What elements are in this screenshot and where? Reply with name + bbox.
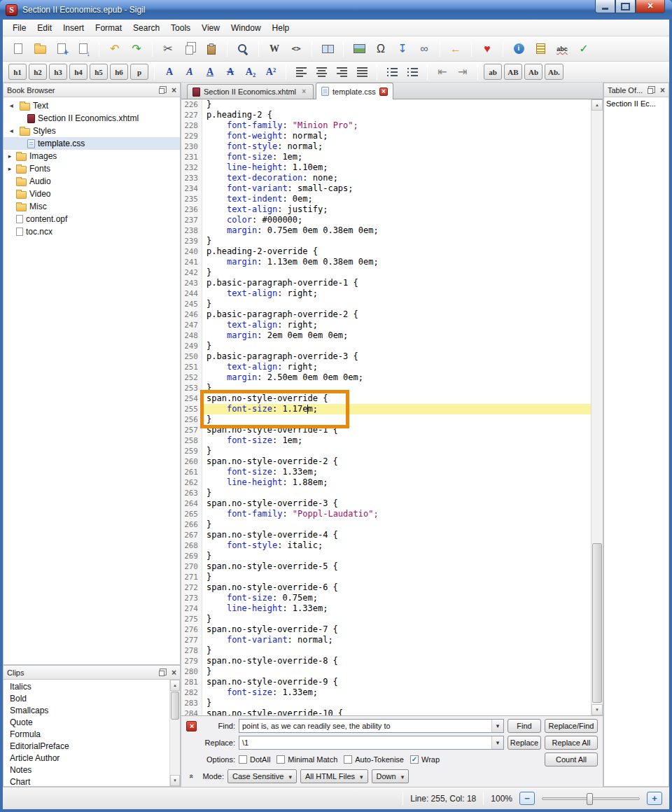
code-line-282[interactable]: 282 font-size: 1.33em; [181, 687, 591, 698]
panel-close-icon[interactable] [172, 668, 176, 677]
heading-4-button[interactable]: h4 [69, 64, 88, 80]
paragraph-button[interactable]: p [130, 64, 148, 80]
replace-button[interactable]: Replace [507, 736, 541, 750]
checkbox-icon[interactable] [239, 755, 247, 764]
zoom-slider-handle[interactable] [587, 793, 593, 805]
menu-window[interactable]: Window [225, 21, 267, 35]
zoom-slider[interactable] [542, 797, 640, 800]
menu-format[interactable]: Format [90, 21, 127, 35]
replace-find-button[interactable]: Replace/Find [545, 719, 598, 733]
heading-5-button[interactable]: h5 [90, 64, 108, 80]
checkbox-icon[interactable] [344, 755, 352, 764]
code-line-229[interactable]: 229 font-weight: normal; [181, 131, 591, 141]
files-dropdown[interactable]: All HTML Files [300, 769, 368, 783]
tab-close-icon[interactable] [300, 88, 308, 96]
code-line-240[interactable]: 240p.heading-2-override { [181, 246, 591, 257]
code-line-283[interactable]: 283} [181, 698, 591, 708]
tree-item-toc-ncx[interactable]: toc.ncx [4, 225, 180, 238]
uppercase-button[interactable]: AB [504, 64, 522, 80]
code-line-275[interactable]: 275} [181, 614, 591, 624]
find-input[interactable]: point is, as we can readily see, the abi… [239, 719, 504, 733]
count-all-button[interactable]: Count All [545, 752, 598, 766]
code-line-267[interactable]: 267span.no-style-override-4 { [181, 530, 591, 540]
scroll-down-icon[interactable] [592, 704, 603, 715]
code-line-271[interactable]: 271} [181, 572, 591, 582]
clip-item-italics[interactable]: Italics [4, 681, 169, 693]
combo-dropdown-icon[interactable] [491, 736, 503, 749]
align-left-icon[interactable] [292, 64, 310, 80]
option-auto-tokenise[interactable]: Auto-Tokenise [344, 755, 404, 764]
clip-item-notes[interactable]: Notes [4, 764, 169, 776]
clip-item-smallcaps[interactable]: Smallcaps [4, 705, 169, 717]
checkbox-icon[interactable] [276, 755, 285, 764]
capitalize-button[interactable]: Ab. [545, 64, 564, 80]
code-line-244[interactable]: 244 text-align: right; [181, 288, 591, 299]
code-line-246[interactable]: 246p.basic-paragraph-override-2 { [181, 309, 591, 320]
code-line-233[interactable]: 233 text-decoration: none; [181, 173, 591, 183]
code-line-277[interactable]: 277 font-variant: normal; [181, 635, 591, 645]
subscript-icon[interactable]: A₂ [241, 64, 260, 80]
scroll-up-icon[interactable] [592, 99, 603, 111]
expand-arrow-icon[interactable] [6, 166, 13, 172]
tree-item-section-ii-economics-xhtml[interactable]: Section II Economics.xhtml [4, 112, 180, 125]
bullet-list-icon[interactable] [383, 64, 401, 80]
editor-scrollbar[interactable] [591, 99, 603, 715]
option-dotall[interactable]: DotAll [239, 755, 270, 764]
code-line-235[interactable]: 235 text-indent: 0em; [181, 194, 591, 204]
donate-heart-icon[interactable]: ♥ [477, 39, 497, 58]
code-line-279[interactable]: 279span.no-style-override-8 { [181, 656, 591, 666]
code-line-226[interactable]: 226} [181, 99, 591, 110]
validate-icon[interactable]: ✓ [574, 39, 594, 58]
code-line-262[interactable]: 262 line-height: 1.88em; [181, 477, 591, 488]
superscript-icon[interactable]: A² [262, 64, 280, 80]
heading-1-button[interactable]: h1 [8, 64, 27, 80]
back-icon[interactable]: ← [446, 39, 465, 58]
code-line-249[interactable]: 249} [181, 341, 591, 351]
save-icon[interactable] [74, 39, 93, 58]
code-line-264[interactable]: 264span.no-style-override-3 { [181, 498, 591, 509]
code-line-227[interactable]: 227p.heading-2 { [181, 110, 591, 120]
code-line-255[interactable]: 255 font-size: 1.17em; [181, 404, 591, 414]
code-line-238[interactable]: 238 margin: 0.75em 0em 0.38em 0em; [181, 225, 591, 236]
italic-icon[interactable]: A [181, 64, 199, 80]
code-line-272[interactable]: 272span.no-style-override-6 { [181, 582, 591, 593]
code-line-273[interactable]: 273 font-size: 0.75em; [181, 593, 591, 603]
paste-icon[interactable] [202, 39, 221, 58]
code-line-230[interactable]: 230 font-style: normal; [181, 141, 591, 152]
code-line-234[interactable]: 234 font-variant: small-caps; [181, 183, 591, 194]
code-line-270[interactable]: 270span.no-style-override-5 { [181, 561, 591, 572]
code-line-228[interactable]: 228 font-family: "Minion Pro"; [181, 120, 591, 131]
code-line-269[interactable]: 269} [181, 551, 591, 561]
undock-icon[interactable] [159, 88, 164, 94]
info-icon[interactable] [509, 39, 528, 58]
tab-section-ii-economics-xhtml[interactable]: Section II Economics.xhtml [187, 84, 314, 99]
copy-icon[interactable] [180, 39, 200, 58]
tree-item-video[interactable]: Video [4, 188, 180, 200]
code-line-251[interactable]: 251 text-align: right; [181, 362, 591, 372]
menu-tools[interactable]: Tools [165, 21, 196, 35]
code-line-254[interactable]: 254span.no-style-override { [181, 393, 591, 404]
heading-6-button[interactable]: h6 [110, 64, 128, 80]
redo-icon[interactable]: ↷ [127, 39, 146, 58]
mode-dropdown[interactable]: Case Sensitive [227, 769, 297, 783]
align-justify-icon[interactable] [353, 64, 371, 80]
menu-edit[interactable]: Edit [31, 21, 57, 35]
zoom-out-button[interactable] [519, 792, 535, 805]
option-minimal-match[interactable]: Minimal Match [276, 755, 337, 764]
scrollbar-thumb[interactable] [592, 543, 602, 704]
code-line-257[interactable]: 257span.no-style-override-1 { [181, 425, 591, 435]
scrollbar-thumb[interactable] [171, 692, 179, 720]
scroll-down-icon[interactable] [170, 775, 180, 786]
code-line-243[interactable]: 243p.basic-paragraph-override-1 { [181, 278, 591, 288]
indent-icon[interactable]: ⇥ [454, 64, 472, 80]
toc-entry[interactable]: Section II Ec... [606, 99, 666, 108]
code-line-268[interactable]: 268 font-style: italic; [181, 540, 591, 551]
menu-insert[interactable]: Insert [57, 21, 90, 35]
code-line-253[interactable]: 253} [181, 383, 591, 393]
zoom-in-button[interactable] [647, 792, 662, 805]
lowercase-button[interactable]: ab [484, 64, 502, 80]
clip-item-formula[interactable]: Formula [4, 729, 169, 741]
code-line-266[interactable]: 266} [181, 519, 591, 530]
tree-item-audio[interactable]: Audio [4, 175, 180, 188]
special-character-icon[interactable]: Ω [371, 39, 391, 58]
